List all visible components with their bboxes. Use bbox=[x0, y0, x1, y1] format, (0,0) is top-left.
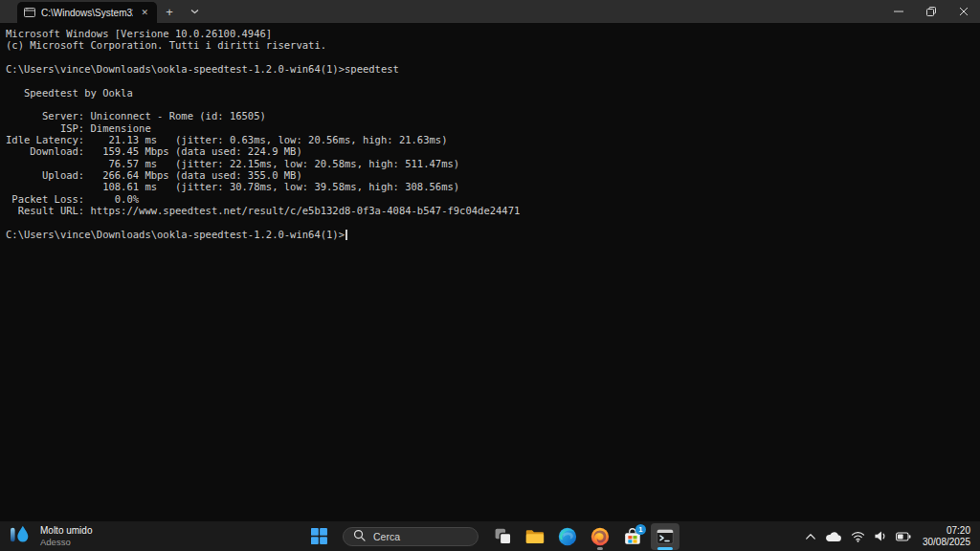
firefox-icon bbox=[590, 526, 611, 547]
tab-dropdown-button[interactable] bbox=[182, 0, 207, 23]
weather-time-label: Adesso bbox=[40, 537, 92, 547]
windows-logo-icon bbox=[310, 528, 326, 544]
tab-title: C:\Windows\System32\cmd.e bbox=[41, 8, 133, 18]
command-prompt-icon bbox=[655, 526, 676, 547]
taskbar-center: Cerca bbox=[304, 521, 679, 551]
taskbar: Molto umido Adesso Cerca bbox=[0, 521, 980, 551]
battery-icon bbox=[896, 532, 911, 541]
task-view-icon bbox=[492, 526, 512, 546]
clock[interactable]: 07:20 30/08/2025 bbox=[923, 525, 970, 548]
water-drop-icon bbox=[17, 525, 28, 541]
search-icon bbox=[353, 528, 366, 545]
minimize-icon bbox=[894, 7, 903, 16]
new-tab-button[interactable]: + bbox=[157, 0, 182, 23]
clock-date: 30/08/2025 bbox=[923, 537, 970, 547]
terminal-content-area[interactable]: Microsoft Windows [Versione 10.0.26100.4… bbox=[0, 23, 980, 521]
volume-tray-button[interactable] bbox=[874, 530, 887, 542]
wifi-icon bbox=[851, 530, 865, 542]
start-button[interactable] bbox=[304, 523, 333, 550]
firefox-button[interactable] bbox=[586, 523, 614, 550]
battery-tray-button[interactable] bbox=[896, 532, 911, 541]
search-box[interactable]: Cerca bbox=[343, 527, 479, 546]
cloud-icon bbox=[825, 531, 842, 542]
terminal-active-indicator bbox=[657, 547, 673, 550]
window-controls bbox=[882, 0, 980, 23]
humidity-weather-icon bbox=[10, 524, 33, 549]
chevron-up-icon bbox=[805, 532, 816, 540]
wifi-tray-button[interactable] bbox=[851, 530, 865, 542]
tray-expand-button[interactable] bbox=[805, 532, 816, 540]
minimize-button[interactable] bbox=[882, 0, 915, 23]
terminal-output: Microsoft Windows [Versione 10.0.26100.4… bbox=[6, 28, 980, 217]
plus-icon: + bbox=[166, 5, 173, 19]
close-icon bbox=[959, 7, 969, 16]
terminal-tab[interactable]: C:\Windows\System32\cmd.e ✕ bbox=[17, 2, 157, 23]
clock-time: 07:20 bbox=[947, 525, 970, 536]
chevron-down-icon bbox=[190, 7, 199, 16]
command-prompt-line: C:\Users\vince\Downloads\ookla-speedtest… bbox=[6, 229, 980, 240]
onedrive-tray-button[interactable] bbox=[825, 531, 842, 542]
file-explorer-button[interactable] bbox=[521, 523, 549, 550]
system-tray: 07:20 30/08/2025 bbox=[805, 521, 980, 551]
weather-widget[interactable]: Molto umido Adesso bbox=[0, 521, 103, 551]
thermometer-icon bbox=[11, 527, 15, 541]
search-placeholder: Cerca bbox=[373, 531, 400, 542]
command-prompt: C:\Users\vince\Downloads\ookla-speedtest… bbox=[6, 229, 345, 240]
firefox-running-indicator bbox=[597, 547, 603, 550]
folder-icon bbox=[524, 526, 546, 547]
text-cursor bbox=[345, 230, 347, 240]
weather-condition: Molto umido bbox=[40, 525, 92, 537]
edge-icon bbox=[557, 526, 578, 547]
restore-icon bbox=[926, 7, 936, 16]
terminal-titlebar: C:\Windows\System32\cmd.e ✕ + bbox=[0, 0, 980, 23]
cmd-window-icon bbox=[24, 4, 35, 21]
task-view-button[interactable] bbox=[488, 523, 517, 550]
microsoft-store-button[interactable]: 1 bbox=[618, 523, 647, 550]
tab-close-icon[interactable]: ✕ bbox=[139, 7, 150, 19]
speaker-icon bbox=[874, 530, 887, 542]
edge-browser-button[interactable] bbox=[553, 523, 582, 550]
store-notification-badge: 1 bbox=[635, 524, 646, 535]
maximize-button[interactable] bbox=[915, 0, 947, 23]
close-button[interactable] bbox=[947, 0, 980, 23]
terminal-taskbar-button[interactable] bbox=[651, 523, 679, 550]
